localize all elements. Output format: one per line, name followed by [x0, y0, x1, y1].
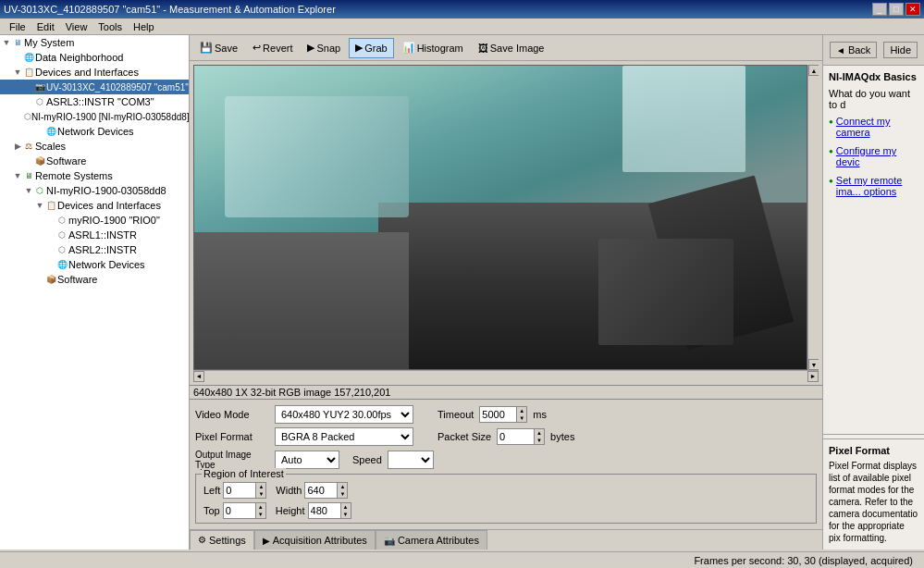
roi-height-field: Height ▲ ▼ [276, 502, 351, 519]
hide-button[interactable]: Hide [883, 42, 918, 58]
roi-top-arrows: ▲ ▼ [255, 502, 266, 519]
asrl-icon: ⬡ [33, 95, 46, 108]
tree-label: ASRL2::INSTR [68, 244, 137, 255]
tab-acquisition[interactable]: ▶ Acquisition Attributes [254, 530, 376, 550]
menu-file[interactable]: File [4, 20, 31, 33]
image-status-bar: 640x480 1X 32-bit RGB image 157,210,201 [190, 385, 822, 400]
roi-left-up[interactable]: ▲ [256, 483, 265, 490]
roi-height-up[interactable]: ▲ [341, 503, 351, 511]
roi-width-field: Width ▲ ▼ [276, 482, 348, 499]
tree-node-dataneighborhood[interactable]: 🌐 Data Neighborhood [0, 50, 189, 65]
tree-node-asrl1[interactable]: ⬡ ASRL1::INSTR [0, 228, 189, 242]
timeout-spinner: 5000 ▲ ▼ [479, 406, 527, 423]
tree-node-rio0[interactable]: ⬡ myRIO-1900 "RIO0" [0, 213, 189, 228]
tree-node-asrl2[interactable]: ⬡ ASRL2::INSTR [0, 242, 189, 257]
tree-node-remote[interactable]: ▼ 🖥 Remote Systems [0, 168, 189, 183]
tree-node-devices[interactable]: ▼ 📋 Devices and Interfaces [0, 65, 189, 80]
bullet-icon3: ● [829, 177, 833, 185]
right-panel: ◄ Back Hide NI-IMAQdx Basics What do you… [822, 35, 924, 549]
roi-top-up[interactable]: ▲ [256, 503, 265, 511]
back-button[interactable]: ◄ Back [830, 42, 877, 58]
tree-node-scales[interactable]: ▶ ⚖ Scales [0, 139, 189, 154]
tree-label: Scales [35, 141, 66, 152]
tree-node-asrl3[interactable]: ⬡ ASRL3::INSTR "COM3" [0, 94, 189, 109]
histogram-button[interactable]: 📊 Histogram [396, 38, 470, 58]
menu-edit[interactable]: Edit [31, 20, 60, 33]
tree-node-camera[interactable]: 📷 UV-3013XC_4102889507 "cam51" [0, 80, 189, 94]
roi-width-down[interactable]: ▼ [338, 490, 347, 498]
scroll-up-button[interactable]: ▲ [808, 65, 819, 76]
tree-node-software2[interactable]: 📦 Software [0, 272, 189, 287]
tree-node-myrio1900[interactable]: ▼ ⬡ NI-myRIO-1900-03058dd8 [0, 183, 189, 198]
tree-node-netdev2[interactable]: 🌐 Network Devices [0, 257, 189, 272]
image-container: ▲ ▼ ◄ ► [190, 61, 822, 385]
packet-size-spinner: 0 ▲ ▼ [497, 428, 545, 445]
tree-node-netdev1[interactable]: 🌐 Network Devices [0, 124, 189, 139]
timeout-input[interactable]: 5000 [479, 406, 516, 423]
roi-height-input[interactable] [308, 502, 340, 519]
asrl-icon: ⬡ [55, 228, 68, 241]
revert-icon: ↩ [253, 42, 261, 54]
grab-button[interactable]: ▶ Grab [349, 38, 393, 58]
roi-legend: Region of Interest [202, 468, 286, 479]
scroll-track [808, 76, 819, 359]
scroll-left-button[interactable]: ◄ [193, 371, 204, 382]
image-wrapper: ▲ ▼ [193, 65, 819, 370]
snap-button[interactable]: ▶ Snap [301, 38, 347, 58]
scroll-down-button[interactable]: ▼ [808, 359, 819, 370]
video-mode-select[interactable]: 640x480 YUY2 30.00fps [275, 405, 413, 424]
roi-width-up[interactable]: ▲ [338, 483, 347, 490]
configure-device-link[interactable]: Configure my devic [836, 145, 918, 167]
revert-button[interactable]: ↩ Revert [246, 38, 299, 58]
pixel-format-row: Pixel Format BGRA 8 Packed Packet Size 0… [195, 427, 817, 446]
roi-height-label: Height [276, 505, 305, 516]
expand-icon: ▼ [24, 186, 33, 195]
packet-down[interactable]: ▼ [535, 437, 544, 444]
tree-node-software1[interactable]: 📦 Software [0, 154, 189, 168]
roi-left-down[interactable]: ▼ [256, 490, 265, 498]
tab-camera[interactable]: 📷 Camera Attributes [376, 530, 487, 550]
timeout-unit: ms [533, 409, 547, 420]
network-icon: 🌐 [44, 125, 57, 138]
scroll-right-button[interactable]: ► [807, 371, 819, 382]
roi-width-input[interactable] [304, 482, 337, 499]
pixel-format-select[interactable]: BGRA 8 Packed [275, 427, 413, 446]
output-image-select[interactable]: Auto [275, 451, 339, 469]
save-image-label: Save Image [490, 43, 545, 54]
expand-icon: ▼ [13, 68, 22, 77]
minimize-button[interactable]: _ [872, 3, 887, 16]
packet-size-input[interactable]: 0 [497, 428, 534, 445]
menu-view[interactable]: View [60, 20, 93, 33]
set-remote-link[interactable]: Set my remote ima... options [836, 175, 918, 197]
timeout-up[interactable]: ▲ [517, 407, 526, 414]
tree-label: Remote Systems [35, 170, 113, 181]
close-button[interactable]: ✕ [906, 3, 920, 16]
maximize-button[interactable]: □ [889, 3, 904, 16]
roi-left-input[interactable] [223, 482, 255, 499]
tree-node-myrio[interactable]: ⬡ NI-myRIO-1900 [NI-myRIO-03058dd8] "t [0, 109, 189, 124]
tree-label: NI-myRIO-1900 [NI-myRIO-03058dd8] "t [31, 112, 190, 122]
roi-top-down[interactable]: ▼ [256, 511, 265, 518]
tree-label-software: Software [46, 155, 86, 167]
speed-select[interactable] [388, 451, 434, 469]
roi-left-arrows: ▲ ▼ [255, 482, 266, 499]
connect-camera-link[interactable]: Connect my camera [836, 116, 918, 138]
roi-height-arrows: ▲ ▼ [340, 502, 351, 519]
timeout-arrows: ▲ ▼ [516, 406, 527, 423]
tab-settings[interactable]: ⚙ Settings [190, 530, 254, 550]
tree-node-devint2[interactable]: ▼ 📋 Devices and Interfaces [0, 198, 189, 213]
roi-left-label: Left [203, 485, 220, 496]
tree-node-mysystem[interactable]: ▼ 🖥 My System [0, 35, 189, 50]
save-image-button[interactable]: 🖼 Save Image [472, 38, 551, 58]
roi-left-spinner: ▲ ▼ [223, 482, 266, 499]
roi-height-down[interactable]: ▼ [341, 511, 351, 518]
roi-top-input[interactable] [223, 502, 255, 519]
menu-tools[interactable]: Tools [92, 20, 128, 33]
save-button[interactable]: 💾 Save [193, 38, 244, 58]
packet-up[interactable]: ▲ [535, 429, 544, 437]
menu-help[interactable]: Help [128, 20, 160, 33]
timeout-down[interactable]: ▼ [517, 414, 526, 422]
scrollbar-right: ▲ ▼ [807, 65, 819, 370]
tab-settings-label: Settings [209, 535, 246, 546]
sidebar: ▼ 🖥 My System 🌐 Data Neighborhood ▼ 📋 De… [0, 35, 190, 549]
